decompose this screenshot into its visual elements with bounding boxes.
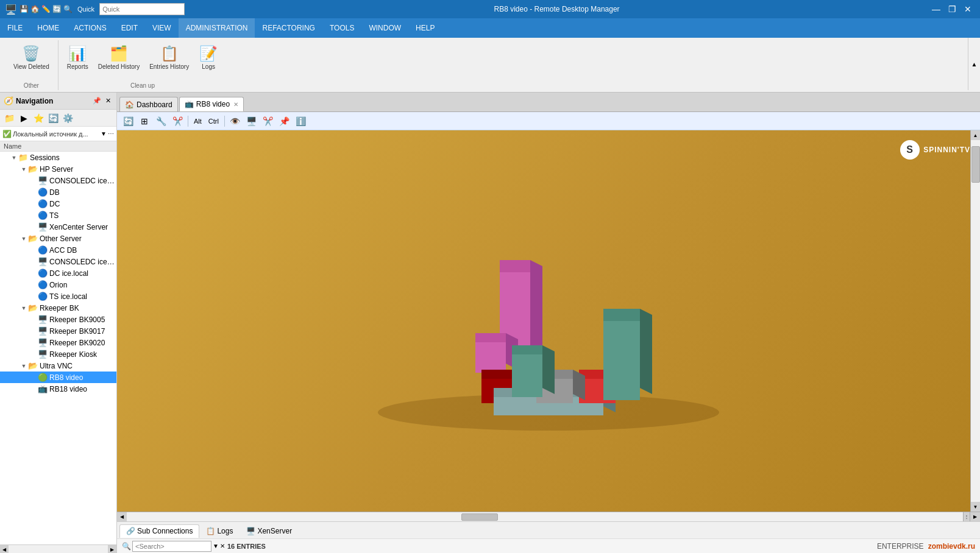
- nav-settings-button[interactable]: ⚙️: [61, 111, 74, 125]
- action-snip-button[interactable]: ✂️: [261, 114, 275, 129]
- nav-close-button[interactable]: ✕: [103, 96, 113, 106]
- tree-item[interactable]: 🔵 TS ice.local: [0, 291, 116, 302]
- h-scroll-right-button[interactable]: ▶: [970, 512, 980, 522]
- tree-item[interactable]: 🖥️ CONSOLEDC ice.local: [0, 256, 116, 267]
- close-button[interactable]: ✕: [960, 2, 975, 16]
- menu-actions[interactable]: ACTIONS: [66, 18, 113, 38]
- nav-star-button[interactable]: ⭐: [32, 111, 45, 125]
- minimize-button[interactable]: —: [929, 2, 943, 16]
- menu-view[interactable]: VIEW: [145, 18, 179, 38]
- tree-rkeeper[interactable]: ▼ 📂 Rkeeper BK: [0, 302, 116, 314]
- bottom-tab-logs[interactable]: 📋 Logs: [199, 524, 240, 538]
- bottom-tab-xenserver[interactable]: 🖥️ XenServer: [240, 524, 299, 538]
- tree-rb18-video[interactable]: 📺 RB18 video: [0, 383, 116, 395]
- scroll-down-button[interactable]: ▼: [971, 502, 980, 512]
- viewport-scrollbar[interactable]: ▲ ▼: [970, 130, 980, 512]
- h-scroll-thumb[interactable]: [461, 513, 498, 521]
- deleted-history-button[interactable]: 🗂️ Deleted History: [94, 43, 143, 73]
- nav-source-menu[interactable]: ⋯: [108, 130, 114, 137]
- nav-scroll-left[interactable]: ◀: [0, 545, 9, 553]
- restore-button[interactable]: ❐: [945, 2, 959, 16]
- tab-dashboard[interactable]: 🏠 Dashboard: [119, 97, 178, 111]
- menu-refactoring[interactable]: REFACTORING: [255, 18, 322, 38]
- reports-button[interactable]: 📊 Reports: [63, 43, 92, 73]
- quick-access-icons: 💾 🏠 ✏️ 🔄 🔍: [20, 5, 73, 13]
- rb8-tab-close[interactable]: ✕: [233, 101, 238, 108]
- entries-history-button[interactable]: 📋 Entries History: [146, 43, 193, 73]
- bottom-tab-sub-connections[interactable]: 🔗 Sub Connections: [119, 524, 199, 538]
- tree-item[interactable]: 🔵 Orion: [0, 279, 116, 291]
- action-pin-button[interactable]: 📌: [277, 114, 292, 129]
- search-input[interactable]: [132, 541, 211, 552]
- scroll-up-button[interactable]: ▲: [971, 130, 980, 140]
- action-refresh-button[interactable]: 🔄: [121, 114, 135, 129]
- rkeeper-expand[interactable]: ▼: [20, 305, 28, 311]
- nav-h-scrollbar[interactable]: ◀ ▶: [0, 544, 116, 553]
- sessions-expand[interactable]: ▼: [10, 155, 18, 161]
- tree-item[interactable]: 🖥️ Rkeeper BK9005: [0, 314, 116, 325]
- deleted-history-label: Deleted History: [98, 63, 140, 71]
- menu-window[interactable]: WINDOW: [361, 18, 408, 38]
- save-icon[interactable]: 💾: [20, 5, 29, 13]
- nav-play-button[interactable]: ▶: [17, 111, 30, 125]
- tab-rb8-video[interactable]: 📺 RB8 video ✕: [179, 97, 244, 111]
- nav-refresh-button[interactable]: 🔄: [46, 111, 60, 125]
- other-expand[interactable]: ▼: [20, 236, 28, 242]
- rb8-tab-icon: 📺: [185, 100, 194, 108]
- tree-item[interactable]: 🖥️ XenCenter Server: [0, 221, 116, 233]
- tree-item[interactable]: 🔵 ACC DB: [0, 244, 116, 256]
- action-ctrl-button[interactable]: Ctrl: [206, 114, 221, 129]
- edit-icon[interactable]: ✏️: [41, 5, 51, 13]
- tree-hp-server[interactable]: ▼ 📂 HP Server: [0, 163, 116, 175]
- nav-source-dropdown[interactable]: ▼: [101, 130, 107, 137]
- search-clear-button[interactable]: ✕: [220, 543, 225, 549]
- tree-item[interactable]: 🖥️ Rkeeper BK9020: [0, 337, 116, 348]
- menu-tools[interactable]: TOOLS: [322, 18, 361, 38]
- nav-source-icon: ✅: [2, 130, 12, 138]
- content-area: 🏠 Dashboard 📺 RB8 video ✕ 🔄 ⊞ 🔧 ✂️ Alt C…: [117, 93, 980, 553]
- tree-item[interactable]: 🔵 DC ice.local: [0, 267, 116, 279]
- action-tool-button[interactable]: 🔧: [154, 114, 168, 129]
- hp-expand[interactable]: ▼: [20, 166, 28, 172]
- nav-folder-button[interactable]: 📁: [2, 111, 16, 125]
- action-grid-button[interactable]: ⊞: [137, 114, 152, 129]
- tree-item[interactable]: 🖥️ Rkeeper Kiosk: [0, 348, 116, 360]
- menu-help[interactable]: HELP: [408, 18, 442, 38]
- action-alt-button[interactable]: Alt: [191, 114, 204, 129]
- action-cut-button[interactable]: ✂️: [170, 114, 185, 129]
- ribbon-collapse-button[interactable]: ▲: [968, 38, 980, 90]
- menu-home[interactable]: HOME: [30, 18, 66, 38]
- h-scrollbar[interactable]: ◀ ⋮ ▶: [117, 512, 980, 521]
- tree-sessions[interactable]: ▼ 📁 Sessions: [0, 152, 116, 163]
- nav-pin-button[interactable]: 📌: [92, 96, 102, 106]
- nav-controls: 📌 ✕: [92, 96, 113, 106]
- scroll-thumb[interactable]: [971, 146, 980, 183]
- svg-marker-22: [512, 345, 542, 354]
- action-view-button[interactable]: 👁️: [228, 114, 243, 129]
- refresh-icon[interactable]: 🔄: [52, 5, 62, 13]
- tree-item[interactable]: 🔵 DC: [0, 198, 116, 210]
- action-info-button[interactable]: ℹ️: [294, 114, 308, 129]
- new-icon[interactable]: 🏠: [30, 5, 40, 13]
- search-options-button[interactable]: ▼: [213, 543, 219, 549]
- nav-scroll-right[interactable]: ▶: [108, 545, 116, 553]
- tree-item[interactable]: 🖥️ CONSOLEDC ice.bkfe: [0, 175, 116, 186]
- menu-administration[interactable]: ADMINISTRATION: [179, 18, 255, 38]
- window-controls: — ❐ ✕: [929, 2, 975, 16]
- tree-other-server[interactable]: ▼ 📂 Other Server: [0, 233, 116, 244]
- tree-rb8-video[interactable]: 🟢 RB8 video: [0, 372, 116, 383]
- app-icon: 🖥️: [5, 4, 17, 15]
- menu-edit[interactable]: EDIT: [114, 18, 145, 38]
- tree-ultra-vnc[interactable]: ▼ 📂 Ultra VNC: [0, 360, 116, 372]
- logs-button[interactable]: 📝 Logs: [195, 43, 222, 73]
- ultra-expand[interactable]: ▼: [20, 363, 28, 369]
- h-scroll-left-button[interactable]: ◀: [117, 512, 127, 522]
- tree-item[interactable]: 🔵 TS: [0, 210, 116, 221]
- menu-file[interactable]: FILE: [0, 18, 30, 38]
- quick-search-input[interactable]: [99, 3, 185, 15]
- search-icon[interactable]: 🔍: [63, 5, 73, 13]
- action-display-button[interactable]: 🖥️: [244, 114, 259, 129]
- view-deleted-button[interactable]: 🗑️ View Deleted: [10, 43, 53, 73]
- tree-item[interactable]: 🖥️ Rkeeper BK9017: [0, 325, 116, 337]
- tree-item[interactable]: 🔵 DB: [0, 186, 116, 198]
